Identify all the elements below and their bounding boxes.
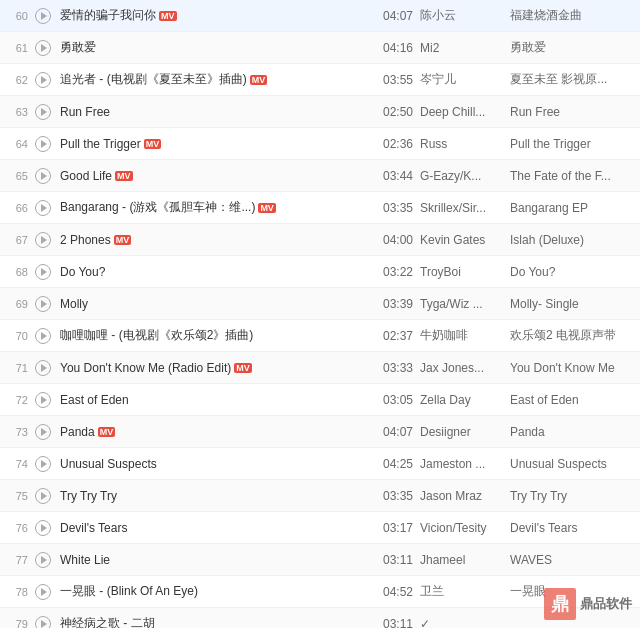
track-artist[interactable]: Skrillex/Sir... [416, 201, 506, 215]
track-album[interactable]: 勇敢爱 [506, 39, 636, 56]
track-row[interactable]: 73PandaMV04:07DesiignerPanda [0, 416, 640, 448]
track-artist[interactable]: Jameston ... [416, 457, 506, 471]
play-button[interactable] [35, 584, 51, 600]
play-button-col [32, 424, 54, 440]
play-button[interactable] [35, 456, 51, 472]
play-button-col [32, 360, 54, 376]
play-button-col [32, 72, 54, 88]
track-artist[interactable]: 牛奶咖啡 [416, 327, 506, 344]
track-title: 追光者 - (电视剧《夏至未至》插曲)MV [54, 71, 380, 88]
track-artist[interactable]: G-Eazy/K... [416, 169, 506, 183]
track-row[interactable]: 65Good LifeMV03:44G-Eazy/K...The Fate of… [0, 160, 640, 192]
track-number: 63 [4, 106, 32, 118]
track-album[interactable]: Do You? [506, 265, 636, 279]
track-album[interactable]: East of Eden [506, 393, 636, 407]
track-row[interactable]: 77White Lie03:11JhameelWAVES [0, 544, 640, 576]
play-button[interactable] [35, 136, 51, 152]
track-row[interactable]: 61勇敢爱04:16Mi2勇敢爱 [0, 32, 640, 64]
track-artist[interactable]: Desiigner [416, 425, 506, 439]
track-album[interactable]: Panda [506, 425, 636, 439]
play-button[interactable] [35, 8, 51, 24]
track-number: 78 [4, 586, 32, 598]
track-duration: 02:36 [380, 137, 416, 151]
track-artist[interactable]: 卫兰 [416, 583, 506, 600]
track-album[interactable]: Unusual Suspects [506, 457, 636, 471]
track-artist[interactable]: Kevin Gates [416, 233, 506, 247]
mv-icon[interactable]: MV [250, 75, 268, 85]
play-button[interactable] [35, 40, 51, 56]
play-button[interactable] [35, 616, 51, 629]
track-album[interactable]: Try Try Try [506, 489, 636, 503]
play-button-col [32, 200, 54, 216]
track-album[interactable]: Pull the Trigger [506, 137, 636, 151]
track-artist[interactable]: Mi2 [416, 41, 506, 55]
play-button-col [32, 168, 54, 184]
track-album[interactable]: Islah (Deluxe) [506, 233, 636, 247]
track-album[interactable]: Devil's Tears [506, 521, 636, 535]
track-duration: 03:44 [380, 169, 416, 183]
play-button[interactable] [35, 392, 51, 408]
play-button[interactable] [35, 552, 51, 568]
play-button[interactable] [35, 328, 51, 344]
track-row[interactable]: 62追光者 - (电视剧《夏至未至》插曲)MV03:55岑宁儿夏至未至 影视原.… [0, 64, 640, 96]
play-button[interactable] [35, 72, 51, 88]
track-row[interactable]: 74Unusual Suspects04:25Jameston ...Unusu… [0, 448, 640, 480]
track-title: Bangarang - (游戏《孤胆车神：维...)MV [54, 199, 380, 216]
track-row[interactable]: 64Pull the TriggerMV02:36RussPull the Tr… [0, 128, 640, 160]
track-album[interactable]: WAVES [506, 553, 636, 567]
track-artist[interactable]: Jax Jones... [416, 361, 506, 375]
play-button-col [32, 392, 54, 408]
track-row[interactable]: 66Bangarang - (游戏《孤胆车神：维...)MV03:35Skril… [0, 192, 640, 224]
track-album[interactable]: The Fate of the F... [506, 169, 636, 183]
mv-icon[interactable]: MV [144, 139, 162, 149]
mv-icon[interactable]: MV [258, 203, 276, 213]
track-row[interactable]: 63Run Free02:50Deep Chill...Run Free [0, 96, 640, 128]
play-button[interactable] [35, 360, 51, 376]
track-title: 勇敢爱 [54, 39, 380, 56]
track-row[interactable]: 76Devil's Tears03:17Vicion/TesityDevil's… [0, 512, 640, 544]
play-button[interactable] [35, 296, 51, 312]
play-button[interactable] [35, 168, 51, 184]
track-row[interactable]: 70咖哩咖哩 - (电视剧《欢乐颂2》插曲)02:37牛奶咖啡欢乐颂2 电视原声… [0, 320, 640, 352]
track-row[interactable]: 72East of Eden03:05Zella DayEast of Eden [0, 384, 640, 416]
track-artist[interactable]: Deep Chill... [416, 105, 506, 119]
track-artist[interactable]: 岑宁儿 [416, 71, 506, 88]
track-artist[interactable]: Jason Mraz [416, 489, 506, 503]
track-album[interactable]: You Don't Know Me [506, 361, 636, 375]
track-row[interactable]: 672 PhonesMV04:00Kevin GatesIslah (Delux… [0, 224, 640, 256]
track-album[interactable]: Run Free [506, 105, 636, 119]
mv-icon[interactable]: MV [234, 363, 252, 373]
play-button[interactable] [35, 264, 51, 280]
track-row[interactable]: 60爱情的骗子我问你MV04:07陈小云福建烧酒金曲 [0, 0, 640, 32]
track-album[interactable]: 欢乐颂2 电视原声带 [506, 327, 636, 344]
track-artist[interactable]: ✓ [416, 617, 506, 629]
mv-icon[interactable]: MV [98, 427, 116, 437]
track-artist[interactable]: Russ [416, 137, 506, 151]
track-artist[interactable]: Zella Day [416, 393, 506, 407]
mv-icon[interactable]: MV [114, 235, 132, 245]
track-album[interactable]: 福建烧酒金曲 [506, 7, 636, 24]
track-row[interactable]: 68Do You?03:22TroyBoiDo You? [0, 256, 640, 288]
play-button[interactable] [35, 520, 51, 536]
play-button[interactable] [35, 232, 51, 248]
play-button[interactable] [35, 488, 51, 504]
track-duration: 03:05 [380, 393, 416, 407]
play-button[interactable] [35, 200, 51, 216]
mv-icon[interactable]: MV [159, 11, 177, 21]
track-album[interactable]: 夏至未至 影视原... [506, 71, 636, 88]
track-album[interactable]: Molly- Single [506, 297, 636, 311]
play-button[interactable] [35, 424, 51, 440]
track-row[interactable]: 75Try Try Try03:35Jason MrazTry Try Try [0, 480, 640, 512]
track-duration: 03:35 [380, 489, 416, 503]
track-artist[interactable]: Vicion/Tesity [416, 521, 506, 535]
track-duration: 04:07 [380, 9, 416, 23]
track-row[interactable]: 69Molly03:39Tyga/Wiz ...Molly- Single [0, 288, 640, 320]
track-album[interactable]: Bangarang EP [506, 201, 636, 215]
track-artist[interactable]: TroyBoi [416, 265, 506, 279]
play-button[interactable] [35, 104, 51, 120]
track-artist[interactable]: Jhameel [416, 553, 506, 567]
track-row[interactable]: 71You Don't Know Me (Radio Edit)MV03:33J… [0, 352, 640, 384]
track-artist[interactable]: 陈小云 [416, 7, 506, 24]
track-artist[interactable]: Tyga/Wiz ... [416, 297, 506, 311]
mv-icon[interactable]: MV [115, 171, 133, 181]
